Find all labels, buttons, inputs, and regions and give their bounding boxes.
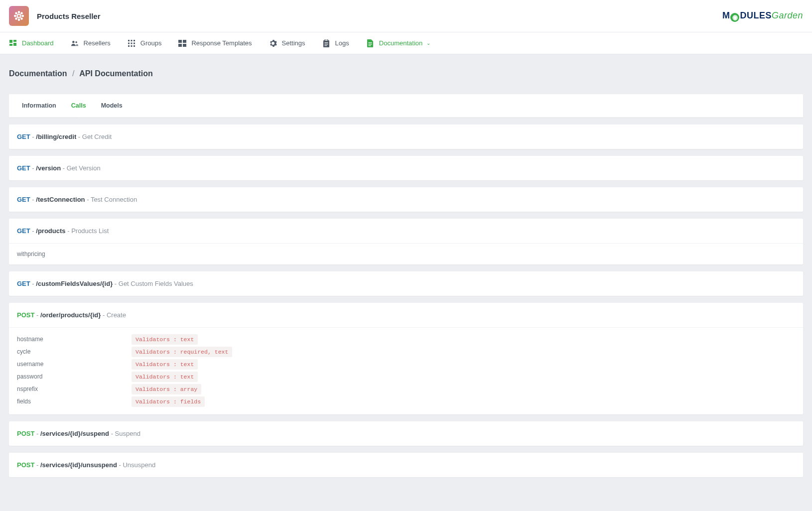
app-title: Products Reseller: [37, 12, 722, 20]
validator-tag: Validators : text: [132, 334, 198, 345]
dash: -: [78, 133, 82, 140]
svg-rect-27: [131, 42, 132, 44]
svg-rect-19: [9, 44, 12, 46]
svg-point-22: [75, 41, 77, 43]
dash: -: [67, 227, 71, 235]
endpoint-desc: Unsuspend: [123, 461, 155, 469]
dash: -: [36, 311, 40, 319]
endpoint-card: GET - /products - Products List withpric…: [9, 219, 803, 264]
endpoint-head[interactable]: POST - /services/{id}/suspend - Suspend: [9, 421, 803, 446]
endpoint-desc: Get Version: [67, 164, 101, 172]
svg-rect-18: [13, 40, 16, 42]
endpoint-card: GET - /customFieldsValues/{id} - Get Cus…: [9, 271, 803, 296]
endpoint-card: POST - /order/products/{id} - Create hos…: [9, 303, 803, 414]
endpoint-method: GET: [17, 164, 30, 172]
endpoint-desc: Test Connection: [91, 196, 137, 203]
endpoint-card: GET - /billing/credit - Get Credit: [9, 125, 803, 149]
svg-rect-40: [324, 45, 327, 46]
tabs-card: Information Calls Models: [9, 94, 803, 118]
endpoint-path: /products: [36, 227, 65, 235]
svg-rect-17: [9, 40, 12, 43]
param-name: hostname: [17, 336, 132, 343]
dash: -: [111, 430, 115, 437]
param-row: username Validators : text: [17, 358, 795, 370]
endpoint-head[interactable]: POST - /services/{id}/unsuspend - Unsusp…: [9, 453, 803, 477]
endpoint-path: /version: [36, 164, 61, 172]
nav-documentation-label: Documentation: [379, 39, 422, 47]
tabs: Information Calls Models: [9, 94, 803, 118]
endpoint-card: POST - /services/{id}/suspend - Suspend: [9, 421, 803, 446]
endpoint-desc: Create: [107, 311, 126, 319]
endpoint-method: GET: [17, 227, 30, 235]
tab-information[interactable]: Information: [16, 94, 62, 117]
endpoint-head[interactable]: GET - /testConnection - Test Connection: [9, 187, 803, 212]
tab-models[interactable]: Models: [95, 94, 129, 117]
nav-response-templates[interactable]: Response Templates: [178, 32, 252, 54]
svg-point-2: [18, 19, 20, 20]
endpoint-head[interactable]: POST - /order/products/{id} - Create: [9, 303, 803, 327]
gear-icon: [269, 39, 277, 47]
endpoint-card: GET - /testConnection - Test Connection: [9, 187, 803, 212]
svg-rect-23: [128, 40, 130, 41]
endpoint-head[interactable]: GET - /customFieldsValues/{id} - Get Cus…: [9, 271, 803, 296]
breadcrumb-documentation[interactable]: Documentation: [9, 69, 67, 78]
endpoint-desc: Get Custom Fields Values: [119, 280, 193, 287]
endpoint-method: POST: [17, 311, 34, 319]
dash: -: [103, 311, 107, 319]
app-icon: [9, 6, 29, 26]
svg-point-0: [17, 14, 20, 17]
validator-tag: Validators : text: [132, 359, 198, 370]
people-icon: [71, 39, 79, 47]
svg-rect-42: [368, 44, 372, 44]
endpoints-list: GET - /billing/credit - Get Credit GET -…: [9, 125, 803, 477]
nav-resellers[interactable]: Resellers: [71, 32, 111, 54]
endpoint-method: POST: [17, 430, 34, 437]
endpoint-body: withpricing: [9, 243, 803, 264]
endpoint-desc: Get Credit: [82, 133, 112, 140]
validator-tag: Validators : array: [132, 384, 201, 394]
endpoint-head[interactable]: GET - /billing/credit - Get Credit: [9, 125, 803, 149]
nav-settings[interactable]: Settings: [269, 32, 305, 54]
nav-logs[interactable]: Logs: [322, 32, 349, 54]
param-row: password Validators : text: [17, 370, 795, 383]
endpoint-method: POST: [17, 461, 34, 469]
endpoint-head[interactable]: GET - /version - Get Version: [9, 156, 803, 180]
document-icon: [366, 39, 374, 47]
endpoint-method: GET: [17, 280, 30, 287]
endpoint-card: POST - /services/{id}/unsuspend - Unsusp…: [9, 453, 803, 477]
param-row: fields Validators : fields: [17, 395, 795, 407]
nav-settings-label: Settings: [282, 39, 305, 47]
svg-rect-28: [134, 42, 135, 44]
endpoint-path: /customFieldsValues/{id}: [36, 280, 113, 287]
validator-tag: Validators : required, text: [132, 347, 232, 357]
breadcrumb-api-documentation: API Documentation: [79, 69, 153, 78]
dash: -: [87, 196, 91, 203]
nav-documentation[interactable]: Documentation ⌄: [366, 32, 430, 54]
param-name: withpricing: [17, 251, 45, 257]
header: Products Reseller M◉DULESGarden: [0, 0, 812, 32]
svg-line-13: [16, 13, 17, 14]
chevron-down-icon: ⌄: [426, 40, 430, 46]
svg-rect-24: [131, 40, 132, 41]
svg-rect-34: [178, 44, 182, 47]
endpoint-method: GET: [17, 196, 30, 203]
dash: -: [36, 430, 40, 437]
dash: -: [36, 461, 40, 469]
svg-rect-31: [134, 45, 135, 47]
endpoint-path: /testConnection: [36, 196, 85, 203]
svg-rect-41: [368, 42, 372, 43]
svg-line-14: [20, 13, 21, 14]
svg-rect-43: [368, 45, 371, 46]
endpoint-path: /order/products/{id}: [40, 311, 101, 319]
content: Documentation / API Documentation Inform…: [0, 54, 812, 493]
param-name: username: [17, 361, 132, 368]
endpoint-head[interactable]: GET - /products - Products List: [9, 219, 803, 243]
svg-point-3: [14, 15, 16, 17]
tab-calls[interactable]: Calls: [65, 94, 92, 117]
nav-groups[interactable]: Groups: [128, 32, 162, 54]
param-row: hostname Validators : text: [17, 333, 795, 345]
nav-resellers-label: Resellers: [84, 39, 111, 47]
param-row: cycle Validators : required, text: [17, 345, 795, 358]
nav-dashboard[interactable]: Dashboard: [9, 32, 54, 54]
brand-globe-icon: ◉: [730, 13, 739, 22]
